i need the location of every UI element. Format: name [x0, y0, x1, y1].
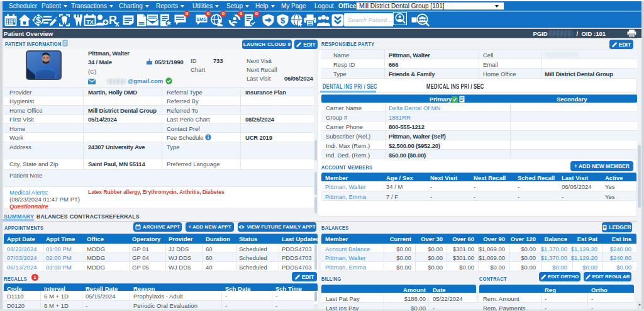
svg-text:SMS: SMS [196, 16, 206, 22]
svg-text:$: $ [36, 15, 41, 25]
svg-text:TX: TX [86, 18, 94, 25]
svg-text:x: x [115, 19, 119, 26]
svg-text:$: $ [280, 16, 286, 25]
